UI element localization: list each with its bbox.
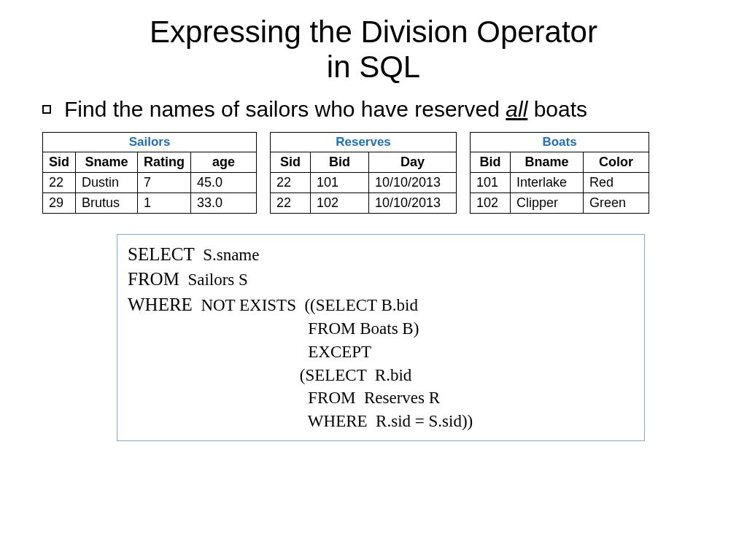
kw-where: WHERE (128, 295, 193, 314)
table-row: 102 Clipper Green (471, 192, 649, 213)
bullet-post: boats (527, 97, 587, 121)
cell: 33.0 (191, 192, 257, 213)
sql-frag: S.sname (195, 246, 260, 264)
kw-from: FROM (128, 269, 179, 289)
bullet-text: Find the names of sailors who have reser… (64, 97, 587, 122)
sql-frag: FROM Reserves R (128, 389, 440, 407)
cell: 29 (43, 192, 76, 213)
cell: 101 (471, 172, 511, 192)
bullet-pre: Find the names of sailors who have reser… (64, 97, 506, 121)
table-header-row: Bid Bname Color (471, 152, 649, 172)
sql-query-box: SELECT S.sname FROM Sailors S WHERE NOT … (117, 234, 645, 441)
col-age: age (191, 152, 257, 172)
sailors-table: Sailors Sid Sname Rating age 22 Dustin 7… (42, 132, 257, 214)
cell: 102 (471, 192, 511, 213)
col-day: Day (369, 152, 457, 172)
cell: Red (584, 172, 649, 192)
sailors-caption: Sailors (42, 132, 257, 152)
bullet-item: Find the names of sailors who have reser… (42, 97, 711, 122)
cell: Dustin (76, 172, 138, 192)
table-row: 22 Dustin 7 45.0 (43, 172, 257, 192)
cell: 45.0 (191, 172, 257, 192)
cell: 10/10/2013 (369, 172, 457, 192)
sql-frag: Sailors S (179, 271, 248, 289)
bullet-emph: all (506, 97, 527, 121)
table-header-row: Sid Sname Rating age (43, 152, 257, 172)
cell: 102 (311, 192, 369, 213)
col-sname: Sname (76, 152, 138, 172)
col-rating: Rating (138, 152, 191, 172)
reserves-table: Reserves Sid Bid Day 22 101 10/10/2013 2… (270, 132, 457, 214)
cell: 22 (271, 172, 311, 192)
col-bid: Bid (471, 152, 511, 172)
boats-table: Boats Bid Bname Color 101 Interlake Red … (470, 132, 649, 214)
col-color: Color (584, 152, 649, 172)
cell: 1 (138, 192, 191, 213)
sql-frag: EXCEPT (128, 343, 371, 361)
col-bid: Bid (311, 152, 369, 172)
cell: Interlake (511, 172, 584, 192)
cell: 101 (311, 172, 369, 192)
table-row: 22 101 10/10/2013 (271, 172, 457, 192)
slide-title: Expressing the Division Operatorin SQL (36, 15, 711, 85)
cell: Green (584, 192, 649, 213)
cell: 7 (138, 172, 191, 192)
bullet-square-icon (42, 105, 51, 114)
sql-frag: NOT EXISTS ((SELECT B.bid (193, 296, 418, 314)
boats-caption: Boats (470, 132, 649, 152)
table-header-row: Sid Bid Day (271, 152, 457, 172)
tables-row: Sailors Sid Sname Rating age 22 Dustin 7… (42, 132, 711, 214)
cell: 22 (43, 172, 76, 192)
title-line1: Expressing the Division Operatorin SQL (150, 15, 597, 84)
cell: 10/10/2013 (369, 192, 457, 213)
table-row: 101 Interlake Red (471, 172, 649, 192)
sql-frag: WHERE R.sid = S.sid)) (128, 412, 473, 430)
col-sid: Sid (43, 152, 76, 172)
cell: 22 (271, 192, 311, 213)
col-sid: Sid (271, 152, 311, 172)
sql-frag: FROM Boats B) (128, 319, 419, 338)
table-row: 29 Brutus 1 33.0 (43, 192, 257, 213)
cell: Clipper (511, 192, 584, 213)
cell: Brutus (76, 192, 138, 213)
reserves-caption: Reserves (270, 132, 457, 152)
sql-frag: (SELECT R.bid (128, 366, 411, 384)
table-row: 22 102 10/10/2013 (271, 192, 457, 213)
col-bname: Bname (511, 152, 584, 172)
kw-select: SELECT (128, 244, 195, 264)
